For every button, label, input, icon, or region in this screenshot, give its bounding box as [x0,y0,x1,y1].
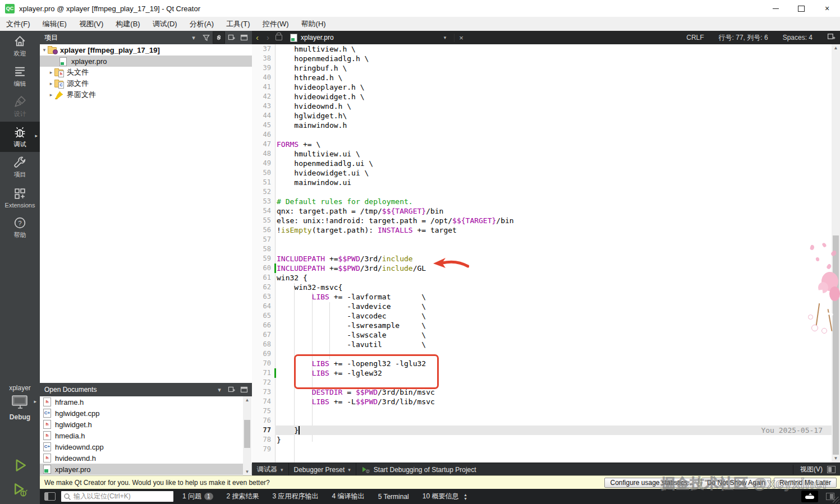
panel-dropdown-icon[interactable]: ▾ [188,32,199,43]
minimize-button[interactable] [763,0,788,17]
output-pane-button[interactable]: 4 编译输出 [332,492,365,501]
panel-dropdown-icon[interactable]: ▾ [214,384,225,395]
code-line[interactable]: 41 hvideoplayer.h \ [252,82,832,92]
lock-icon[interactable] [276,35,282,40]
scroll-up-icon[interactable]: ▲ [832,44,840,52]
close-document-icon[interactable]: × [454,34,468,42]
start-debugging-button[interactable]: Start Debugging of Startup Project [356,463,481,476]
locator-input[interactable]: 输入以定位(Ctrl+K) [61,491,173,502]
menu-item[interactable]: 帮助(H) [295,17,332,31]
menu-item[interactable]: 视图(V) [73,17,109,31]
sidebar-item-edit[interactable]: 编辑 [0,61,40,91]
scroll-up-icon[interactable]: ▲ [243,396,251,404]
open-document-item[interactable]: hhvideownd.h [40,452,252,464]
code-line[interactable]: 42 hvideowidget.h \ [252,92,832,101]
code-line[interactable]: 52 [252,187,832,197]
code-line[interactable]: 55else: unix:!android: target.path = /op… [252,216,832,225]
tree-expander-icon[interactable]: ▸ [48,81,54,86]
split-panel-icon[interactable] [226,384,237,395]
code-line[interactable]: 43 hvideownd.h \ [252,101,832,111]
code-line[interactable]: 65 -lavcodec \ [252,311,832,321]
code-line[interactable]: 59INCLUDEPATH +=$$PWD/3rd/include [252,254,832,263]
scrollbar-thumb[interactable] [833,235,839,455]
menu-item[interactable]: 控件(W) [256,17,295,31]
code-line[interactable]: 74 LIBS += -L$$PWD/3rd/lib/msvc [252,397,832,406]
code-line[interactable]: 58 [252,244,832,254]
close-panel-icon[interactable] [238,384,250,395]
pane-navigation-icon[interactable]: ▴▾ [464,493,466,501]
close-panel-icon[interactable] [238,32,250,43]
code-line[interactable]: 56!isEmpty(target.path): INSTALLS += tar… [252,225,832,235]
code-line[interactable]: 79 [252,445,832,454]
code-line[interactable]: 38 hopenmediadlg.h \ [252,54,832,63]
output-pane-button[interactable]: 10 概要信息 [423,492,459,501]
sidebar-item-help[interactable]: ?帮助 [0,212,40,243]
code-line[interactable]: You 2025-05-1777 } [252,426,832,435]
project-tree-item[interactable]: ▸h头文件 [40,67,252,78]
code-line[interactable]: 51 mainwindow.ui [252,178,832,187]
open-document-item[interactable]: hhframe.h [40,396,252,408]
menu-item[interactable]: 编辑(E) [36,17,73,31]
code-line[interactable]: 66 -lswresample \ [252,321,832,330]
output-pane-button[interactable]: 2 搜索结果 [227,492,259,501]
sidebar-item-projects[interactable]: 项目 [0,152,40,182]
debugger-perspective-selector[interactable]: 调试器 ▾ [252,463,288,476]
sidebar-item-welcome[interactable]: 欢迎 [0,31,40,61]
view-menu-button[interactable]: 视图(V) [793,465,836,474]
code-line[interactable]: 67 -lswscale \ [252,330,832,340]
scroll-down-icon[interactable]: ▼ [832,455,840,463]
code-line[interactable]: 53# Default rules for deployment. [252,197,832,206]
output-pane-button[interactable]: 5 Terminal [378,493,409,501]
code-line[interactable]: 44 hglwidget.h\ [252,111,832,121]
output-pane-button[interactable]: 1 问题1 [182,492,213,501]
tree-expander-icon[interactable]: ▸ [48,92,54,98]
code-line[interactable]: 54qnx: target.path = /tmp/$${TARGET}/bin [252,206,832,216]
editor-tab-xplayer-pro[interactable]: xplayer.pro ▾ [287,31,449,44]
code-line[interactable]: 61win32 { [252,273,832,283]
menu-item[interactable]: 构建(B) [109,17,146,31]
link-with-editor-icon[interactable] [213,31,225,44]
open-document-item[interactable]: hhglwidget.h [40,419,252,430]
tree-expander-icon[interactable]: ▾ [41,47,48,53]
toggle-left-sidebar-icon[interactable] [44,492,56,501]
code-editor[interactable]: 37 hmultiview.h \38 hopenmediadlg.h \39 … [252,44,832,463]
open-document-item[interactable]: C+hvideownd.cpp [40,441,252,452]
code-line[interactable]: 40 hthread.h \ [252,73,832,82]
kit-selector[interactable]: xplayer ▸ Debug [0,384,40,421]
code-line[interactable]: 76 [252,416,832,426]
split-panel-icon[interactable] [226,32,237,43]
sidebar-item-debug[interactable]: 调试▸ [0,122,40,152]
menu-item[interactable]: 分析(A) [183,17,220,31]
resize-grip[interactable] [833,497,839,503]
code-line[interactable]: 50 hvideowidget.ui \ [252,168,832,178]
code-line[interactable]: 63 LIBS += -lavformat \ [252,292,832,302]
project-tree-item[interactable]: ▸界面文件 [40,89,252,100]
open-document-item[interactable]: C+hglwidget.cpp [40,408,252,419]
close-button[interactable]: × [814,0,840,17]
code-line[interactable]: 57 [252,235,832,244]
project-tree-item[interactable]: ▸C源文件 [40,78,252,89]
code-line[interactable]: 75 [252,406,832,416]
line-ending-indicator[interactable]: CRLF [686,34,704,41]
code-line[interactable]: 60INCLUDEPATH +=$$PWD/3rd/include/GL [252,263,832,273]
code-line[interactable]: 37 hmultiview.h \ [252,44,832,54]
cursor-position-indicator[interactable]: 行号: 77, 列号: 6 [719,33,768,43]
tree-expander-icon[interactable]: ▸ [48,70,54,75]
code-line[interactable]: 78} [252,435,832,445]
editor-scrollbar[interactable]: ▲ ▼ [832,44,840,463]
project-tree-item[interactable]: xplayer.pro [40,56,252,67]
code-line[interactable]: 39 hringbuf.h \ [252,63,832,73]
sidebar-item-extensions[interactable]: Extensions [0,182,40,212]
scrollbar-thumb[interactable] [244,420,250,448]
debugger-preset-selector[interactable]: Debugger Preset ▾ [289,463,356,476]
document-dropdown-icon[interactable]: ▾ [444,35,447,40]
open-documents-scrollbar[interactable]: ▲ ▼ [243,396,251,475]
code-line[interactable]: 47FORMS += \ [252,140,832,149]
open-document-item[interactable]: xplayer.pro [40,464,252,475]
filter-icon[interactable] [200,32,212,43]
split-editor-icon[interactable] [827,33,836,43]
menu-item[interactable]: 调试(D) [146,17,183,31]
menu-item[interactable]: 文件(F) [0,17,36,31]
code-line[interactable]: 64 -lavdevice \ [252,302,832,311]
menu-item[interactable]: 工具(T) [220,17,256,31]
